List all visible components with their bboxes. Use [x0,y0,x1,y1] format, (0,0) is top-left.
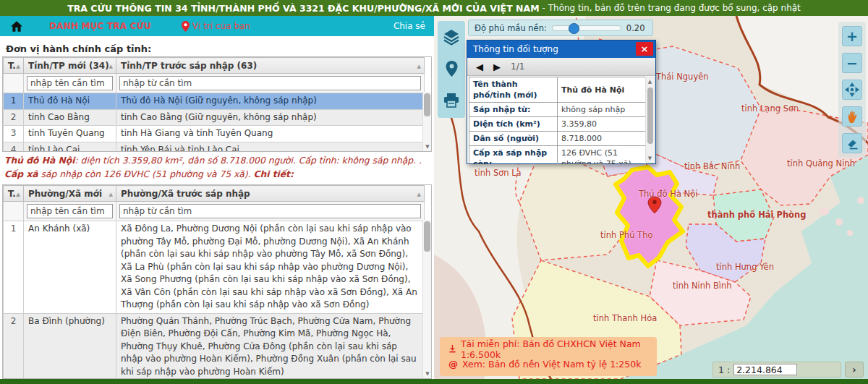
popup-pager: ◀ ▶ 1/1 [467,58,655,76]
next-feature-button[interactable]: ▶ [493,61,501,72]
layers-icon [443,28,460,46]
sort-icon: ▲ [17,192,20,197]
hand-icon [846,109,859,124]
layers-button[interactable] [443,28,460,46]
home-button[interactable] [10,20,23,33]
scale-prefix: 1 : [718,364,730,375]
province-section-title: Đơn vị hành chính cấp tỉnh: [6,43,151,54]
map-label: tỉnh Phú Thọ [600,230,652,240]
table-row[interactable]: 4 tỉnh Lào Cai tỉnh Yên Bái và tỉnh Lào … [4,142,425,152]
feature-info-popup: Thông tin đối tượng × ◀ ▶ 1/1 Tên thành … [467,40,656,164]
nav-item-danh-muc[interactable]: DANH MỤC TRA CỨU [49,21,151,31]
nav-item-location[interactable]: Vị trí của bạn [182,21,250,32]
pager-count: 1/1 [511,61,524,72]
commune-filter-old-input[interactable] [119,204,421,218]
province-summary: Thủ đô Hà Nội: diện tích 3.359,80 km², d… [4,154,430,182]
opacity-slider[interactable] [552,25,621,31]
province-filter-new-input[interactable] [27,76,113,90]
sort-icon: ▲ [17,64,20,69]
scroll-down-icon[interactable]: ▼ [423,142,432,151]
map-label: Thái Nguyên [656,72,709,82]
scrollbar-thumb[interactable] [424,93,430,116]
scroll-up-icon[interactable]: ▲ [646,79,654,85]
scrollbar-thumb[interactable] [424,221,430,252]
print-button[interactable] [443,92,460,109]
table-row[interactable]: 1 An Khánh (xã) Xã Đông La, Phường Dương… [4,221,425,314]
opacity-label: Độ phủ mầu nền: [475,23,547,33]
map-label: tỉnh Hưng Yên [716,262,774,272]
popup-row: Sáp nhập từ:không sáp nhập [469,103,646,117]
sort-icon: ▲ [417,192,421,197]
slider-handle[interactable] [569,23,579,34]
map-label: thành phố Hải Phòng [707,210,806,220]
scroll-down-icon[interactable]: ▼ [646,155,654,161]
popup-row: Diện tích (km²)3.359,80 [469,117,646,132]
map-label: tỉnh Lạng Sơn [741,103,799,114]
table-row[interactable]: 3 tỉnh Tuyên Quang tỉnh Hà Giang và tỉnh… [4,126,425,142]
bottom-green-bar [0,379,868,384]
summary-detail-label: Chi tiết: [253,169,294,179]
prev-feature-button[interactable]: ◀ [476,61,483,72]
popup-scrollbar[interactable]: ▲ ▼ [645,77,655,163]
summary-province-name: Thủ đô Hà Nội [4,155,75,166]
main-navbar: DANH MỤC TRA CỨU Vị trí của bạn Chia sẻ [0,16,434,36]
province-table-scrollbar[interactable]: ▼ [422,92,431,151]
province-filter-old-input[interactable] [119,76,421,90]
map-left-toolbar [438,21,465,118]
table-row[interactable]: 1 Thủ đô Hà Nội Thủ đô Hà Nội (Giữ nguyê… [4,93,425,110]
sort-icon: ▲ [109,64,113,69]
app-title: TRA CỨU THÔNG TIN 34 TỈNH/THÀNH PHỐ VÀ 3… [67,3,539,14]
province-col-index[interactable]: T..▲ [4,58,24,74]
pan-button[interactable] [842,80,862,100]
home-icon [11,21,22,32]
app-subtitle: - Thông tin, bản đồ trên trang đang được… [542,3,801,13]
popup-body: Tên thành phố/tỉnh (mới)Thủ đô Hà Nội Sá… [467,76,655,164]
link-icon: @ [448,359,458,370]
map-links-box: Tải miễn phí: Bản đồ CHXHCN Việt Nam 1:6… [440,337,657,376]
map-label: tỉnh Bắc Ninh [684,161,740,171]
popup-title: Thông tin đối tượng [473,44,558,54]
app-title-bar: TRA CỨU THÔNG TIN 34 TỈNH/THÀNH PHỐ VÀ 3… [0,0,868,16]
opacity-value: 0.20 [626,23,645,33]
location-pin-icon [182,21,190,32]
download-map-link[interactable]: Tải miễn phí: Bản đồ CHXHCN Việt Nam 1:6… [448,341,648,357]
table-row[interactable]: 2 tỉnh Cao Bằng tỉnh Cao Bằng (Giữ nguyê… [4,109,425,126]
province-col-new[interactable]: Tỉnh/TP mới (34)▲ [24,58,116,74]
popup-title-bar[interactable]: Thông tin đối tượng × [467,40,655,58]
scale-widget: 1 : [712,362,841,377]
drag-hand-button[interactable] [842,106,862,127]
map-canvas[interactable]: ng Thái Nguyên tỉnh Lạng Sơn tỉnh Quảng … [434,16,868,379]
download-icon [448,344,456,354]
scrollbar-thumb[interactable] [647,88,653,144]
commune-col-old[interactable]: Phường/Xã trước sáp nhập▲ [116,186,425,202]
plus-icon: + [846,28,858,44]
sort-icon: ▲ [109,192,113,197]
commune-table-scrollbar[interactable]: ▼ [422,220,431,378]
scale-apply-button[interactable]: › [845,362,864,377]
scale-input[interactable] [733,364,797,375]
province-col-old[interactable]: Tỉnh/TP trước sáp nhập (63)▲ [116,58,425,74]
move-arrows-icon [844,82,860,98]
share-button[interactable]: Chia sẻ [393,21,425,31]
map-label: tỉnh Sơn La [475,168,522,178]
table-row[interactable]: 2 Ba Đình (phường) Phường Quán Thánh, Ph… [4,313,425,379]
map-label: tỉnh Ninh Bình [673,281,732,291]
zoom-in-button[interactable]: + [842,26,862,46]
map-right-toolbar: + − [838,22,866,158]
printer-icon [443,93,459,108]
commune-col-new[interactable]: Phường/Xã mới▲ [24,186,116,202]
zoom-out-button[interactable]: − [842,53,862,73]
commune-filter-new-input[interactable] [27,204,113,218]
popup-close-button[interactable]: × [636,42,653,56]
erase-button[interactable] [842,133,862,153]
scroll-down-icon[interactable]: ▼ [423,370,432,378]
popup-row: Cấp xã sáp nhập còn:126 ĐVHC (51 phường … [469,146,646,165]
commune-col-index[interactable]: T..▲ [4,186,24,202]
eraser-icon [845,136,859,150]
province-table: T..▲ Tỉnh/TP mới (34)▲ Tỉnh/TP trước sáp… [2,56,432,152]
download-link-label: Tải miễn phí: Bản đồ CHXHCN Việt Nam 1:6… [461,338,648,360]
view-basemap-link[interactable]: @ Xem: Bản đồ nền Việt Nam tỷ lệ 1:250k [448,357,648,372]
locate-button[interactable] [443,60,460,77]
left-panel: DANH MỤC TRA CỨU Vị trí của bạn Chia sẻ … [0,16,434,379]
commune-table: T..▲ Phường/Xã mới▲ Phường/Xã trước sáp … [2,184,432,379]
